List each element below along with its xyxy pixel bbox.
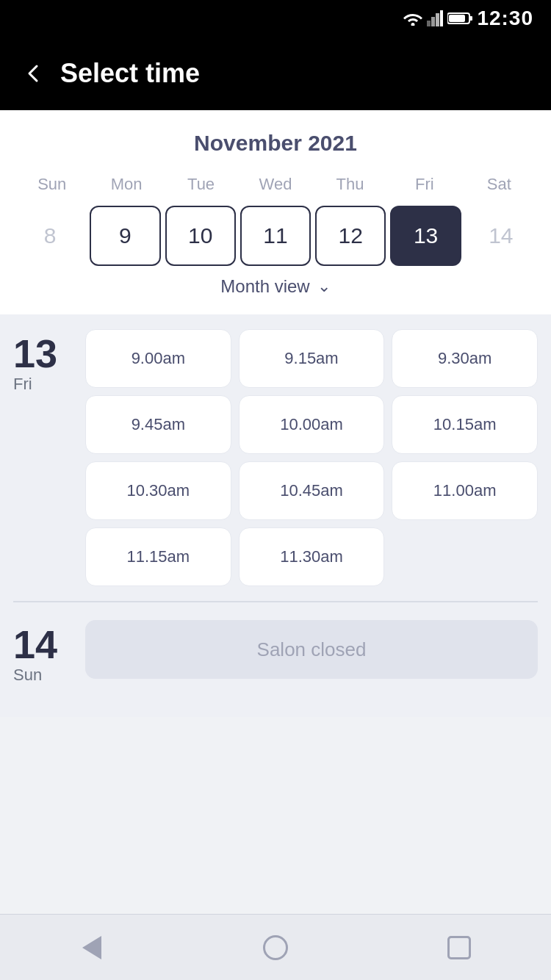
month-view-toggle[interactable]: Month view ⌄ bbox=[15, 266, 536, 303]
salon-closed: Salon closed bbox=[85, 620, 538, 679]
home-nav-button[interactable] bbox=[258, 930, 293, 965]
day-13-number: 13 bbox=[13, 334, 57, 373]
svg-rect-2 bbox=[436, 13, 439, 26]
slot-1045am[interactable]: 10.45am bbox=[239, 461, 385, 520]
battery-icon bbox=[447, 12, 472, 25]
slot-1130am[interactable]: 11.30am bbox=[239, 527, 385, 586]
week-days-row: Sun Mon Tue Wed Thu Fri Sat bbox=[15, 172, 536, 197]
weekday-sun: Sun bbox=[15, 172, 89, 197]
home-nav-icon bbox=[263, 935, 288, 960]
svg-rect-3 bbox=[440, 10, 443, 26]
chevron-down-icon: ⌄ bbox=[317, 277, 331, 296]
weekday-sat: Sat bbox=[462, 172, 536, 197]
svg-rect-6 bbox=[449, 15, 465, 22]
day-14-block: 14 Sun Salon closed bbox=[13, 620, 538, 685]
weekday-mon: Mon bbox=[89, 172, 163, 197]
weekday-thu: Thu bbox=[313, 172, 387, 197]
slot-1030am[interactable]: 10.30am bbox=[85, 461, 231, 520]
dates-row: 8 9 10 11 12 13 14 bbox=[15, 206, 536, 266]
slot-915am[interactable]: 9.15am bbox=[239, 329, 385, 388]
nav-bar bbox=[0, 914, 551, 980]
recent-nav-icon bbox=[447, 936, 471, 959]
calendar-section: November 2021 Sun Mon Tue Wed Thu Fri Sa… bbox=[0, 110, 551, 314]
header: Select time bbox=[0, 37, 551, 110]
day-13-name: Fri bbox=[13, 375, 32, 394]
date-8[interactable]: 8 bbox=[15, 206, 85, 266]
day-14-name: Sun bbox=[13, 666, 42, 685]
slot-1100am[interactable]: 11.00am bbox=[392, 461, 538, 520]
status-bar: 12:30 bbox=[0, 0, 551, 37]
day-divider bbox=[13, 601, 538, 602]
date-14[interactable]: 14 bbox=[466, 206, 536, 266]
slot-900am[interactable]: 9.00am bbox=[85, 329, 231, 388]
status-time: 12:30 bbox=[477, 7, 533, 30]
day-14-label: 14 Sun bbox=[13, 620, 72, 685]
date-10[interactable]: 10 bbox=[165, 206, 236, 266]
slot-1000am[interactable]: 10.00am bbox=[239, 395, 385, 454]
day-13-block: 13 Fri 9.00am 9.15am 9.30am 9.45am 10.00… bbox=[13, 329, 538, 586]
status-icons: 12:30 bbox=[403, 7, 533, 30]
day-13-slots-grid: 9.00am 9.15am 9.30am 9.45am 10.00am 10.1… bbox=[85, 329, 538, 586]
back-nav-button[interactable] bbox=[74, 930, 109, 965]
slot-1115am[interactable]: 11.15am bbox=[85, 527, 231, 586]
weekday-tue: Tue bbox=[164, 172, 238, 197]
svg-rect-0 bbox=[427, 21, 431, 26]
slots-section: 13 Fri 9.00am 9.15am 9.30am 9.45am 10.00… bbox=[0, 314, 551, 717]
page-title: Select time bbox=[60, 58, 200, 89]
nav-spacer bbox=[0, 717, 551, 783]
back-button[interactable] bbox=[22, 62, 46, 85]
signal-icon bbox=[427, 10, 443, 26]
weekday-fri: Fri bbox=[387, 172, 461, 197]
slot-945am[interactable]: 9.45am bbox=[85, 395, 231, 454]
wifi-icon bbox=[403, 11, 422, 26]
back-nav-icon bbox=[82, 936, 101, 959]
month-view-label: Month view bbox=[220, 276, 309, 297]
day-14-number: 14 bbox=[13, 624, 57, 664]
svg-rect-1 bbox=[431, 17, 435, 26]
svg-rect-5 bbox=[469, 16, 472, 21]
recent-nav-button[interactable] bbox=[442, 930, 477, 965]
salon-closed-label: Salon closed bbox=[257, 638, 367, 661]
month-year: November 2021 bbox=[15, 131, 536, 156]
slot-930am[interactable]: 9.30am bbox=[392, 329, 538, 388]
date-11[interactable]: 11 bbox=[240, 206, 311, 266]
slot-1015am[interactable]: 10.15am bbox=[392, 395, 538, 454]
day-13-label: 13 Fri bbox=[13, 329, 72, 586]
date-12[interactable]: 12 bbox=[315, 206, 386, 266]
date-13[interactable]: 13 bbox=[390, 206, 461, 266]
weekday-wed: Wed bbox=[238, 172, 312, 197]
date-9[interactable]: 9 bbox=[90, 206, 160, 266]
